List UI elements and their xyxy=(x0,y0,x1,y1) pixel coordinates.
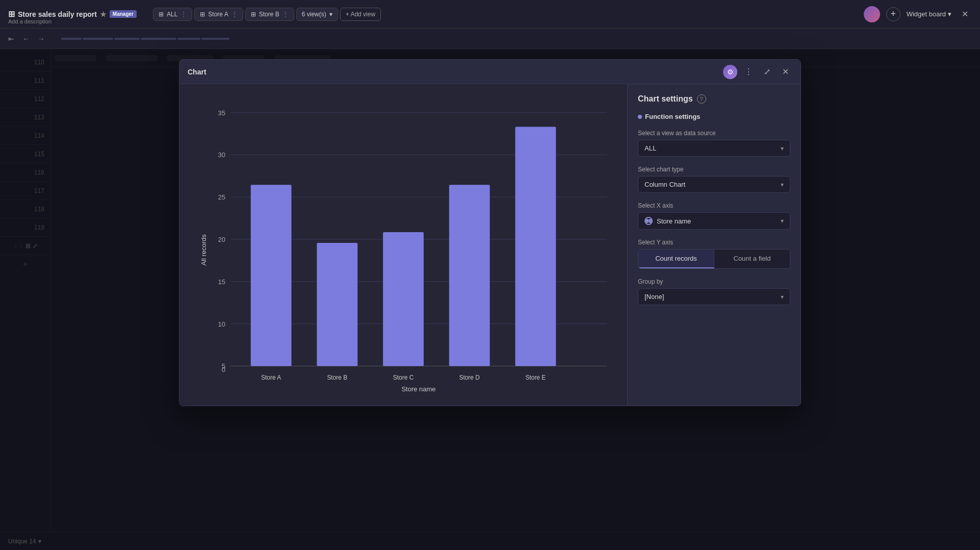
app-title-group: ⊞ Store sales daily report ★ Manager xyxy=(8,9,137,19)
settings-title: Chart settings xyxy=(638,94,693,104)
main-area: 110 111 112 113 114 115 116 117 118 119 … xyxy=(0,49,980,550)
count-field-button[interactable]: Count a field xyxy=(714,249,790,268)
x-axis-dropdown[interactable]: Store name ▾ xyxy=(638,212,790,230)
svg-text:30: 30 xyxy=(218,151,225,159)
modal-more-button[interactable]: ⋮ xyxy=(741,65,756,79)
views-arrow: ▾ xyxy=(329,11,332,18)
bar-store-d xyxy=(449,185,490,366)
y-axis-section: Select Y axis Count records Count a fiel… xyxy=(638,239,790,269)
chart-type-value: Column Chart xyxy=(644,181,685,188)
chart-modal-body: 35 30 25 20 15 10 5 0 All xyxy=(179,84,801,406)
top-right-actions: + Widget board ▾ ✕ xyxy=(864,6,972,22)
tab-group: ⊞ ALL ⋮ ⊞ Store A ⋮ ⊞ Store B ⋮ 6 view(s… xyxy=(153,8,381,21)
tab-store-b-more[interactable]: ⋮ xyxy=(282,11,289,18)
modal-header-actions: ⚙ ⋮ ⤢ ✕ xyxy=(723,65,792,79)
x-axis-arrow: ▾ xyxy=(781,217,784,224)
bar-store-a xyxy=(251,185,292,366)
function-settings-title: Function settings xyxy=(638,113,790,120)
tab-store-b-icon: ⊞ xyxy=(251,11,256,18)
modal-expand-button[interactable]: ⤢ xyxy=(760,65,774,79)
chart-container: 35 30 25 20 15 10 5 0 All xyxy=(200,94,617,395)
bar-store-b xyxy=(317,243,357,366)
widget-board-arrow: ▾ xyxy=(948,10,951,18)
chart-modal-title: Chart xyxy=(188,68,718,76)
chart-area: 35 30 25 20 15 10 5 0 All xyxy=(179,84,627,406)
settings-circle-icon[interactable]: ⚙ xyxy=(723,65,737,79)
group-by-value: [None] xyxy=(644,293,664,301)
x-axis-section: Select X axis Store name ▾ xyxy=(638,202,790,230)
bar-store-e xyxy=(515,127,556,366)
chart-svg: 35 30 25 20 15 10 5 0 All xyxy=(200,94,617,395)
label-store-e: Store E xyxy=(525,374,546,381)
label-store-a: Store A xyxy=(261,374,281,381)
svg-text:35: 35 xyxy=(218,109,225,117)
bullet-dot-icon xyxy=(638,115,642,119)
label-store-c: Store C xyxy=(393,374,414,381)
count-records-button[interactable]: Count records xyxy=(638,249,714,268)
add-view-label: + Add view xyxy=(346,11,375,18)
tab-store-b[interactable]: ⊞ Store B ⋮ xyxy=(245,8,294,21)
y-axis-buttons: Count records Count a field xyxy=(638,249,790,269)
group-by-dropdown[interactable]: [None] ▾ xyxy=(638,288,790,305)
svg-text:0: 0 xyxy=(222,366,225,373)
chart-type-arrow: ▾ xyxy=(781,181,784,188)
app-icon: ⊞ xyxy=(8,9,15,19)
modal-close-button[interactable]: ✕ xyxy=(778,65,792,79)
user-avatar[interactable] xyxy=(864,6,880,22)
chart-modal-header: Chart ⚙ ⋮ ⤢ ✕ xyxy=(179,60,801,84)
app-title: Store sales daily report xyxy=(18,10,97,18)
add-view-button[interactable]: + Add view xyxy=(340,8,381,21)
group-by-label: Group by xyxy=(638,278,790,285)
widget-board-label: Widget board xyxy=(907,10,946,18)
views-button[interactable]: 6 view(s) ▾ xyxy=(296,8,338,21)
y-axis-label-text: Select Y axis xyxy=(638,239,790,246)
data-source-value: ALL xyxy=(644,144,656,152)
svg-text:25: 25 xyxy=(218,193,225,201)
data-source-arrow: ▾ xyxy=(781,145,784,152)
nav-home-icon[interactable]: ⇤ xyxy=(8,35,14,43)
tab-store-a-icon: ⊞ xyxy=(200,11,205,18)
modal-overlay: Chart ⚙ ⋮ ⤢ ✕ xyxy=(0,49,980,550)
tab-store-a-label: Store A xyxy=(208,11,228,18)
chart-modal: Chart ⚙ ⋮ ⤢ ✕ xyxy=(179,59,801,406)
function-settings-section: Function settings xyxy=(638,113,790,120)
widget-board-button[interactable]: Widget board ▾ xyxy=(907,10,951,18)
views-label: 6 view(s) xyxy=(302,11,326,18)
tab-all-more[interactable]: ⋮ xyxy=(180,11,187,18)
tab-all-label: ALL xyxy=(167,11,177,18)
x-axis-radio-icon xyxy=(644,217,653,225)
svg-text:All records: All records xyxy=(200,234,208,266)
x-axis-label: Store name xyxy=(401,385,435,393)
nav-forward-icon[interactable]: → xyxy=(38,35,45,43)
bar-store-c xyxy=(383,232,424,366)
chart-type-dropdown[interactable]: Column Chart ▾ xyxy=(638,176,790,193)
svg-text:15: 15 xyxy=(218,278,225,286)
add-button[interactable]: + xyxy=(886,7,900,21)
svg-text:20: 20 xyxy=(218,236,225,243)
tab-store-a[interactable]: ⊞ Store A ⋮ xyxy=(194,8,243,21)
data-source-dropdown[interactable]: ALL ▾ xyxy=(638,140,790,157)
tab-store-a-more[interactable]: ⋮ xyxy=(231,11,238,18)
group-by-section: Group by [None] ▾ xyxy=(638,278,790,305)
group-by-arrow: ▾ xyxy=(781,293,784,301)
tab-all-icon: ⊞ xyxy=(159,11,164,18)
chart-type-section: Select chart type Column Chart ▾ xyxy=(638,166,790,193)
settings-panel: Chart settings ? Function settings Selec… xyxy=(627,84,801,406)
tab-store-b-label: Store B xyxy=(259,11,279,18)
data-source-label: Select a view as data source xyxy=(638,130,790,137)
second-bar: ⇤ ← → xyxy=(0,29,980,49)
top-bar: ⊞ Store sales daily report ★ Manager Add… xyxy=(0,0,980,29)
chart-type-label: Select chart type xyxy=(638,166,790,173)
tab-all[interactable]: ⊞ ALL ⋮ xyxy=(153,8,192,21)
label-store-d: Store D xyxy=(459,374,480,381)
top-close-button[interactable]: ✕ xyxy=(958,7,972,21)
x-axis-label-text: Select X axis xyxy=(638,202,790,209)
help-icon[interactable]: ? xyxy=(697,94,706,104)
star-icon[interactable]: ★ xyxy=(100,10,107,18)
top-bar-desc[interactable]: Add a description xyxy=(8,18,51,24)
label-store-b: Store B xyxy=(327,374,347,381)
nav-back-icon[interactable]: ← xyxy=(22,35,30,43)
manager-badge: Manager xyxy=(110,10,137,18)
x-axis-value: Store name xyxy=(657,217,691,225)
data-source-section: Select a view as data source ALL ▾ xyxy=(638,130,790,157)
